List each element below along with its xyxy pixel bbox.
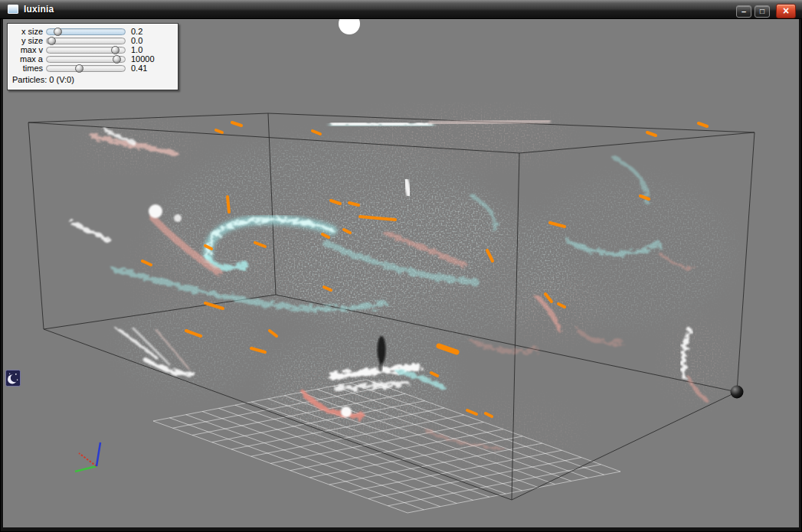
slider-label: max v bbox=[10, 46, 46, 54]
close-button[interactable]: × bbox=[776, 4, 796, 18]
slider-row-times: times 0.41 bbox=[10, 64, 175, 73]
maximize-button[interactable]: □ bbox=[755, 5, 770, 18]
window-title: luxinia bbox=[24, 4, 54, 15]
app-window: luxinia – □ × x size 0.2 y size 0.0 max … bbox=[0, 0, 802, 532]
slider-knob[interactable] bbox=[111, 46, 119, 54]
minimize-button[interactable]: – bbox=[736, 5, 751, 18]
titlebar[interactable]: luxinia – □ × bbox=[0, 0, 802, 19]
slider-value: 1.0 bbox=[126, 46, 142, 54]
particles-status: Particles: 0 (V:0) bbox=[12, 75, 175, 84]
slider-row-y-size: y size 0.0 bbox=[10, 36, 175, 45]
control-panel: x size 0.2 y size 0.0 max v 1.0 max a 10… bbox=[7, 23, 178, 90]
slider-label: times bbox=[10, 64, 46, 73]
box-corner-sphere bbox=[731, 386, 744, 399]
slider-track-max-v[interactable] bbox=[46, 47, 126, 54]
slider-value: 10000 bbox=[126, 55, 155, 64]
light-sphere bbox=[339, 19, 360, 34]
slider-value: 0.2 bbox=[126, 28, 142, 36]
slider-track-y-size[interactable] bbox=[46, 38, 126, 44]
slider-row-max-a: max a 10000 bbox=[10, 54, 175, 64]
slider-track-max-a[interactable] bbox=[46, 56, 126, 63]
luxinia-logo-icon[interactable] bbox=[5, 370, 21, 387]
slider-knob[interactable] bbox=[113, 55, 121, 64]
slider-value: 0.0 bbox=[126, 37, 142, 45]
scene-canvas bbox=[3, 19, 799, 527]
slider-label: x size bbox=[10, 28, 46, 36]
slider-track-times[interactable] bbox=[46, 65, 126, 72]
slider-knob[interactable] bbox=[75, 64, 83, 73]
slider-label: y size bbox=[10, 37, 46, 45]
axis-gizmo bbox=[75, 442, 100, 472]
app-icon bbox=[8, 5, 18, 14]
slider-row-x-size: x size 0.2 bbox=[10, 27, 175, 36]
particle-speckle-field bbox=[80, 110, 732, 467]
slider-row-max-v: max v 1.0 bbox=[10, 45, 175, 54]
slider-label: max a bbox=[10, 55, 46, 64]
slider-value: 0.41 bbox=[126, 64, 147, 73]
slider-track-x-size[interactable] bbox=[46, 28, 126, 35]
slider-knob[interactable] bbox=[54, 28, 62, 36]
viewport-3d[interactable] bbox=[3, 19, 799, 527]
slider-knob[interactable] bbox=[47, 37, 56, 45]
